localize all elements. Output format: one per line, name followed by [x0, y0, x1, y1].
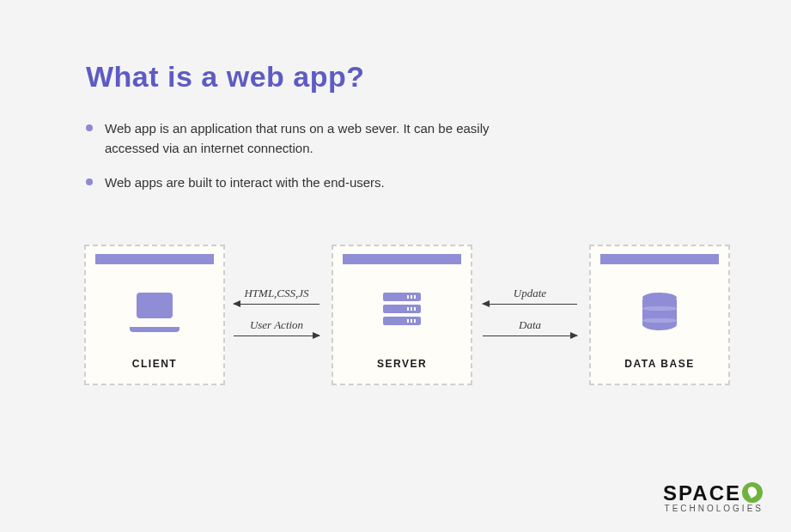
- arrow-db-to-server: Update: [483, 287, 577, 305]
- node-database: DATA BASE: [589, 245, 730, 385]
- arrow-label: HTML,CSS,JS: [234, 287, 319, 300]
- arrow-label: Update: [483, 287, 577, 300]
- arrow-right-icon: [483, 336, 577, 336]
- arrow-label: User Action: [234, 318, 319, 332]
- arrow-server-to-db: Data: [483, 318, 577, 336]
- brand-name: SPACE: [663, 481, 764, 505]
- page-title: What is a web app?: [86, 60, 705, 94]
- arrow-right-icon: [234, 336, 319, 336]
- brand-text: SPACE: [663, 481, 741, 505]
- server-icon: [383, 293, 421, 325]
- node-server: SERVER: [332, 245, 472, 385]
- node-label: SERVER: [333, 358, 471, 370]
- arrow-label: Data: [483, 318, 577, 332]
- leaf-icon: [742, 482, 763, 503]
- architecture-diagram: CLIENT SERVER DATA BASE HTML,CSS,JS User…: [0, 245, 791, 386]
- node-accent-bar: [95, 254, 214, 264]
- bullet-item: Web apps are built to interact with the …: [86, 173, 532, 193]
- node-accent-bar: [343, 254, 461, 264]
- arrow-left-icon: [234, 304, 319, 305]
- brand-tagline: TECHNOLOGIES: [663, 504, 764, 513]
- node-accent-bar: [600, 254, 719, 264]
- brand-logo: SPACE TECHNOLOGIES: [663, 481, 764, 513]
- laptop-icon: [130, 293, 179, 332]
- database-icon: [642, 293, 677, 332]
- arrow-client-to-server: User Action: [234, 318, 319, 336]
- node-label: CLIENT: [86, 358, 223, 370]
- bullet-list: Web app is an application that runs on a…: [86, 119, 532, 193]
- arrow-left-icon: [483, 304, 577, 305]
- node-label: DATA BASE: [591, 358, 728, 370]
- bullet-item: Web app is an application that runs on a…: [86, 119, 532, 158]
- arrow-server-to-client: HTML,CSS,JS: [234, 287, 319, 305]
- node-client: CLIENT: [84, 245, 225, 385]
